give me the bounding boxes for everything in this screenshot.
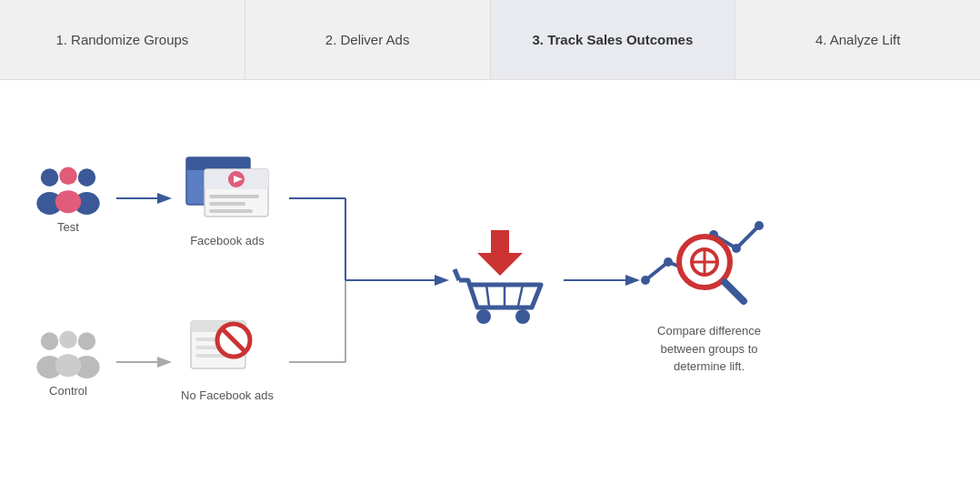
svg-point-48 <box>732 244 741 253</box>
step-2: 2. Deliver Ads <box>245 0 491 79</box>
step-3: 3. Track Sales Outcomes <box>491 0 736 79</box>
control-people-group: Control <box>27 326 109 398</box>
test-group-row: Test <box>27 162 109 234</box>
no-facebook-ads-icon <box>186 317 268 385</box>
main-container: 1. Randomize Groups 2. Deliver Ads 3. Tr… <box>0 0 980 484</box>
svg-point-45 <box>664 257 673 267</box>
svg-marker-37 <box>477 230 523 276</box>
svg-point-19 <box>55 354 81 377</box>
step-4: 4. Analyze Lift <box>735 0 980 79</box>
svg-rect-21 <box>186 157 250 170</box>
facebook-ads-box: Facebook ads <box>173 153 282 247</box>
step-1-label: 1. Randomize Groups <box>55 32 188 47</box>
step-1: 1. Randomize Groups <box>0 0 245 79</box>
svg-line-51 <box>725 282 744 301</box>
control-group-row: Control <box>27 326 109 398</box>
svg-point-40 <box>515 309 530 324</box>
control-label: Control <box>49 384 87 398</box>
compare-label: Compare difference between groups to det… <box>650 322 768 376</box>
svg-line-41 <box>486 285 489 306</box>
analyze-box: Compare difference between groups to det… <box>636 207 782 376</box>
cart-icon <box>445 226 555 326</box>
no-facebook-ads-label: No Facebook ads <box>181 388 274 402</box>
facebook-ads-label: Facebook ads <box>190 234 265 247</box>
diagram-area: Test Control <box>0 80 980 484</box>
svg-point-10 <box>78 168 96 187</box>
facebook-ads-icon <box>177 153 277 230</box>
cart-box <box>445 226 555 326</box>
test-people-icon <box>32 162 105 217</box>
svg-point-18 <box>59 331 77 349</box>
svg-point-14 <box>41 332 59 350</box>
step-3-label: 3. Track Sales Outcomes <box>532 32 693 47</box>
svg-line-43 <box>518 285 523 306</box>
step-2-label: 2. Deliver Ads <box>325 32 410 47</box>
test-label: Test <box>57 220 79 234</box>
svg-rect-27 <box>209 202 245 206</box>
svg-point-44 <box>641 276 650 285</box>
svg-point-13 <box>55 190 81 213</box>
svg-point-8 <box>41 168 59 187</box>
svg-rect-26 <box>209 195 259 198</box>
svg-point-12 <box>59 167 77 186</box>
svg-point-39 <box>476 309 491 324</box>
step-bar: 1. Randomize Groups 2. Deliver Ads 3. Tr… <box>0 0 980 80</box>
test-people-group: Test <box>27 162 109 234</box>
step-4-label: 4. Analyze Lift <box>815 32 900 47</box>
control-people-icon <box>32 326 105 380</box>
svg-point-16 <box>78 332 96 350</box>
svg-point-49 <box>755 221 764 230</box>
svg-rect-28 <box>209 209 253 213</box>
svg-line-38 <box>455 269 459 280</box>
no-facebook-ads-box: No Facebook ads <box>173 317 282 402</box>
analyze-icon <box>636 207 782 317</box>
